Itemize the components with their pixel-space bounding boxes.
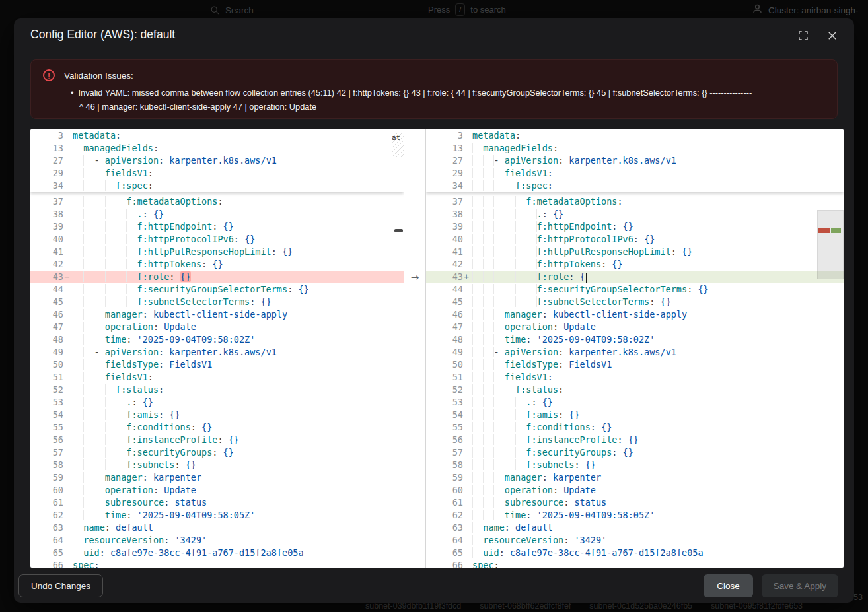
yaml-diff-editor[interactable]: 3metadata:13 managedFields:27 - apiVersi… bbox=[30, 129, 844, 568]
diff-sign bbox=[463, 333, 470, 346]
fullscreen-button[interactable] bbox=[795, 28, 812, 45]
code-line[interactable]: 63 name: default bbox=[426, 522, 844, 534]
sticky-code-line[interactable]: 13 managedFields: bbox=[30, 142, 404, 154]
code-line[interactable]: 65 uid: c8afe97e-38cc-4f91-a767-d15f2a8f… bbox=[30, 547, 404, 559]
code-line[interactable]: 47 operation: Update bbox=[30, 321, 404, 333]
diff-sign bbox=[463, 221, 470, 233]
code-line[interactable]: 47 operation: Update bbox=[426, 321, 844, 333]
line-number: 43 bbox=[30, 271, 63, 283]
code-line[interactable]: 59 manager: karpenter bbox=[30, 471, 404, 484]
code-line[interactable]: 51 fieldsV1: bbox=[426, 371, 844, 384]
code-line[interactable]: 43− f:role: {} bbox=[30, 271, 404, 283]
code-line[interactable]: 50 fieldsType: FieldsV1 bbox=[426, 358, 844, 371]
diff-sign bbox=[463, 321, 470, 333]
line-number: 65 bbox=[30, 547, 63, 559]
code-line[interactable]: 66spec: bbox=[426, 559, 844, 568]
line-number: 42 bbox=[426, 258, 463, 271]
close-button[interactable]: Close bbox=[704, 574, 753, 597]
code-line[interactable]: 46 manager: kubectl-client-side-apply bbox=[426, 308, 844, 321]
sticky-code-line[interactable]: 34 f:spec: bbox=[426, 180, 844, 192]
code-line[interactable]: 49 - apiVersion: karpenter.k8s.aws/v1 bbox=[30, 346, 404, 358]
code-line[interactable]: 45 f:subnetSelectorTerms: {} bbox=[30, 296, 404, 308]
code-line[interactable]: 39 f:httpEndpoint: {} bbox=[30, 221, 404, 233]
code-line[interactable]: 45 f:subnetSelectorTerms: {} bbox=[426, 296, 844, 308]
sticky-code-line[interactable]: 29 fieldsV1: bbox=[426, 167, 844, 180]
scrollbar-thumb[interactable] bbox=[817, 210, 844, 279]
code-line[interactable]: 55 f:conditions: {} bbox=[30, 421, 404, 434]
code-line[interactable]: 51 fieldsV1: bbox=[30, 371, 404, 384]
right-code: 37 f:metadataOptions:38 .: {}39 f:httpEn… bbox=[426, 192, 844, 568]
code-line[interactable]: 62 time: '2025-09-04T09:58:05Z' bbox=[426, 509, 844, 522]
code-line[interactable]: 39 f:httpEndpoint: {} bbox=[426, 221, 844, 233]
code-line[interactable]: 65 uid: c8afe97e-38cc-4f91-a767-d15f2a8f… bbox=[426, 547, 844, 559]
sticky-code-line[interactable]: 27 - apiVersion: karpenter.k8s.aws/v1 bbox=[426, 154, 844, 167]
code-line[interactable]: 53 .: {} bbox=[426, 396, 844, 409]
code-line[interactable]: 54 f:amis: {} bbox=[426, 409, 844, 421]
code-line[interactable]: 64 resourceVersion: '3429' bbox=[30, 534, 404, 547]
editor-scrollbar[interactable] bbox=[817, 129, 844, 568]
code-line[interactable]: 62 time: '2025-09-04T09:58:05Z' bbox=[30, 509, 404, 522]
code-text: time: '2025-09-04T09:58:02Z' bbox=[70, 333, 255, 346]
diff-sign bbox=[63, 195, 70, 208]
sticky-code-line[interactable]: 34 f:spec: bbox=[30, 180, 404, 192]
code-line[interactable]: 61 subresource: status bbox=[426, 496, 844, 509]
code-line[interactable]: 44 f:securityGroupSelectorTerms: {} bbox=[30, 283, 404, 296]
code-line[interactable]: 41 f:httpPutResponseHopLimit: {} bbox=[30, 246, 404, 258]
code-line[interactable]: 53 .: {} bbox=[30, 396, 404, 409]
code-line[interactable]: 60 operation: Update bbox=[426, 484, 844, 496]
code-line[interactable]: 46 manager: kubectl-client-side-apply bbox=[30, 308, 404, 321]
code-line[interactable]: 55 f:conditions: {} bbox=[426, 421, 844, 434]
line-number: 44 bbox=[426, 283, 463, 296]
code-line[interactable]: 58 f:subnets: {} bbox=[426, 459, 844, 471]
code-line[interactable]: 61 subresource: status bbox=[30, 496, 404, 509]
code-line[interactable]: 49 - apiVersion: karpenter.k8s.aws/v1 bbox=[426, 346, 844, 358]
code-line[interactable]: 40 f:httpProtocolIPv6: {} bbox=[30, 233, 404, 246]
code-line[interactable]: 50 fieldsType: FieldsV1 bbox=[30, 358, 404, 371]
original-pane[interactable]: 3metadata:13 managedFields:27 - apiVersi… bbox=[30, 129, 404, 568]
diff-sign bbox=[63, 258, 70, 271]
close-dialog-button[interactable] bbox=[824, 28, 841, 45]
code-line[interactable]: 48 time: '2025-09-04T09:58:02Z' bbox=[426, 333, 844, 346]
line-number: 38 bbox=[426, 208, 463, 221]
code-line[interactable]: 38 .: {} bbox=[426, 208, 844, 221]
code-text: operation: Update bbox=[70, 484, 196, 496]
code-line[interactable]: 48 time: '2025-09-04T09:58:02Z' bbox=[30, 333, 404, 346]
sticky-code-line[interactable]: 27 - apiVersion: karpenter.k8s.aws/v1 bbox=[30, 154, 404, 167]
code-line[interactable]: 56 f:instanceProfile: {} bbox=[30, 434, 404, 446]
code-line[interactable]: 42 f:httpTokens: {} bbox=[426, 258, 844, 271]
code-line[interactable]: 64 resourceVersion: '3429' bbox=[426, 534, 844, 547]
line-number: 64 bbox=[426, 534, 463, 547]
code-line[interactable]: 57 f:securityGroups: {} bbox=[426, 446, 844, 459]
line-number: 57 bbox=[426, 446, 463, 459]
code-line[interactable]: 58 f:subnets: {} bbox=[30, 459, 404, 471]
code-line[interactable]: 40 f:httpProtocolIPv6: {} bbox=[426, 233, 844, 246]
code-text: uid: c8afe97e-38cc-4f91-a767-d15f2a8fe05… bbox=[470, 547, 704, 559]
code-line[interactable]: 41 f:httpPutResponseHopLimit: {} bbox=[426, 246, 844, 258]
code-line[interactable]: 57 f:securityGroups: {} bbox=[30, 446, 404, 459]
left-scrollbar-thumb[interactable] bbox=[394, 229, 403, 232]
sticky-code-line[interactable]: 13 managedFields: bbox=[426, 142, 844, 154]
code-line[interactable]: 37 f:metadataOptions: bbox=[30, 195, 404, 208]
save-apply-button[interactable]: Save & Apply bbox=[762, 574, 838, 597]
code-line[interactable]: 42 f:httpTokens: {} bbox=[30, 258, 404, 271]
code-line[interactable]: 56 f:instanceProfile: {} bbox=[426, 434, 844, 446]
code-line[interactable]: 66spec: bbox=[30, 559, 404, 568]
revert-change-arrow[interactable]: → bbox=[404, 271, 425, 283]
diff-sign bbox=[463, 180, 470, 192]
undo-changes-button[interactable]: Undo Changes bbox=[18, 574, 103, 597]
sticky-code-line[interactable]: 29 fieldsV1: bbox=[30, 167, 404, 180]
sticky-code-line[interactable]: 3metadata: bbox=[426, 129, 844, 142]
code-line[interactable]: 44 f:securityGroupSelectorTerms: {} bbox=[426, 283, 844, 296]
code-line[interactable]: 59 manager: karpenter bbox=[426, 471, 844, 484]
code-line[interactable]: 63 name: default bbox=[30, 522, 404, 534]
code-line[interactable]: 37 f:metadataOptions: bbox=[426, 195, 844, 208]
modified-pane[interactable]: 3metadata:13 managedFields:27 - apiVersi… bbox=[426, 129, 844, 568]
code-line[interactable]: 52 f:status: bbox=[426, 384, 844, 396]
code-text: .: {} bbox=[470, 208, 563, 221]
code-line[interactable]: 60 operation: Update bbox=[30, 484, 404, 496]
sticky-code-line[interactable]: 3metadata: bbox=[30, 129, 404, 142]
code-line[interactable]: 52 f:status: bbox=[30, 384, 404, 396]
code-line[interactable]: 54 f:amis: {} bbox=[30, 409, 404, 421]
code-line[interactable]: 38 .: {} bbox=[30, 208, 404, 221]
code-line[interactable]: 43+ f:role: { bbox=[426, 271, 844, 283]
